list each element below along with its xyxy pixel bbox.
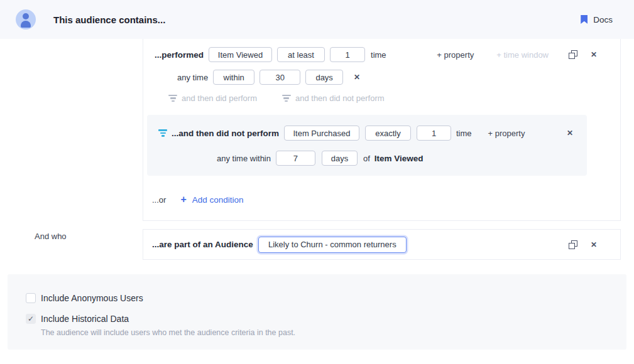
operator-select[interactable]: at least — [277, 47, 325, 62]
close-icon — [589, 50, 598, 59]
nested-prefix: ...and then did not perform — [172, 129, 279, 138]
docs-link[interactable]: Docs — [581, 15, 613, 24]
remove-nested-condition-button[interactable] — [566, 129, 574, 137]
check-icon — [28, 315, 34, 323]
then-actions-row: and then did perform and then did not pe… — [143, 94, 620, 103]
add-property-button[interactable]: + property — [437, 50, 474, 60]
bookmark-icon — [581, 15, 588, 24]
nested-of-event: Item Viewed — [374, 154, 424, 163]
include-anonymous-users-option[interactable]: Include Anonymous Users — [26, 293, 143, 303]
condition-group-audience: ...are part of an Audience — [143, 229, 621, 260]
nested-add-property-button[interactable]: + property — [488, 129, 525, 138]
time-filter-prefix: any time — [177, 73, 208, 82]
include-anonymous-users-label: Include Anonymous Users — [41, 293, 143, 303]
audience-avatar-icon[interactable] — [16, 9, 36, 29]
add-condition-button[interactable]: Add condition — [180, 195, 243, 205]
checkbox-unchecked-icon[interactable] — [26, 293, 36, 303]
historical-data-description: The audience will include users who met … — [41, 328, 295, 337]
then-did-perform-button[interactable]: and then did perform — [168, 94, 257, 103]
nested-operator-select[interactable]: exactly — [365, 126, 411, 141]
or-row: ...or Add condition — [143, 195, 620, 205]
nested-count-input[interactable] — [417, 126, 451, 141]
then-did-perform-label: and then did perform — [182, 94, 257, 103]
header: This audience contains... Docs — [0, 0, 634, 39]
include-historical-data-label: Include Historical Data — [41, 314, 129, 324]
nested-time-prefix: any time within — [217, 154, 271, 163]
performed-row: ...performed Item Viewed at least time +… — [155, 47, 598, 62]
and-who-label: And who — [35, 232, 67, 241]
add-time-window-button[interactable]: + time window — [496, 50, 549, 60]
nested-event-select[interactable]: Item Purchased — [284, 126, 359, 141]
time-unit-select[interactable]: days — [305, 70, 343, 85]
plus-icon — [180, 195, 186, 205]
audience-input[interactable] — [258, 237, 407, 253]
funnel-icon — [282, 95, 291, 102]
funnel-icon — [158, 129, 167, 137]
remove-audience-condition-button[interactable] — [589, 240, 598, 249]
remove-condition-button[interactable] — [589, 50, 598, 59]
audience-prefix: ...are part of an Audience — [152, 240, 253, 249]
docs-label: Docs — [593, 15, 613, 24]
count-input[interactable] — [330, 47, 365, 62]
include-historical-data-option[interactable]: Include Historical Data — [26, 314, 129, 324]
nested-of-label: of — [363, 154, 370, 163]
duplicate-condition-button[interactable] — [569, 50, 577, 59]
count-suffix: time — [371, 50, 386, 60]
close-icon — [589, 240, 598, 249]
page-title: This audience contains... — [53, 14, 165, 25]
close-icon — [566, 129, 574, 137]
performed-prefix: ...performed — [155, 50, 204, 60]
close-icon — [353, 73, 361, 82]
copy-icon — [569, 240, 577, 249]
funnel-icon — [168, 95, 177, 102]
remove-time-filter-button[interactable] — [353, 73, 361, 82]
add-condition-label: Add condition — [192, 195, 244, 205]
or-label: ...or — [152, 195, 166, 205]
time-comparison-select[interactable]: within — [213, 70, 254, 85]
then-did-not-perform-label: and then did not perform — [295, 94, 385, 103]
then-did-not-perform-button[interactable]: and then did not perform — [282, 94, 385, 103]
nested-time-unit-select[interactable]: days — [322, 151, 358, 166]
nested-condition-box: ...and then did not perform Item Purchas… — [147, 115, 587, 176]
time-value-input[interactable] — [260, 70, 300, 85]
event-select[interactable]: Item Viewed — [209, 47, 272, 62]
nested-time-row: any time within days of Item Viewed — [147, 151, 587, 166]
nested-time-value-input[interactable] — [276, 151, 315, 166]
options-panel: Include Anonymous Users Include Historic… — [8, 274, 626, 350]
time-filter-row: any time within days — [143, 70, 620, 85]
copy-icon — [569, 50, 577, 59]
condition-group-performed: ...performed Item Viewed at least time +… — [143, 39, 621, 221]
checkbox-checked-icon[interactable] — [26, 314, 36, 324]
duplicate-audience-condition-button[interactable] — [569, 240, 577, 249]
nested-performed-row: ...and then did not perform Item Purchas… — [147, 126, 587, 141]
nested-count-suffix: time — [456, 129, 472, 138]
